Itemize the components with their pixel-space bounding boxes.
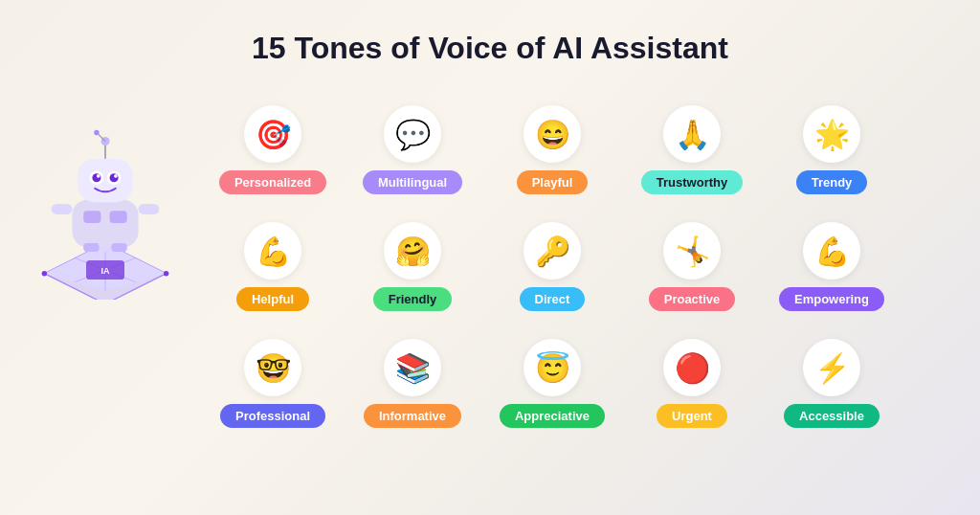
svg-rect-12 (72, 199, 138, 247)
svg-point-19 (110, 173, 119, 182)
svg-point-20 (97, 174, 100, 178)
trustworthy-emoji: 🙏 (663, 105, 721, 163)
svg-point-25 (94, 130, 99, 135)
playful-emoji: 😄 (523, 105, 581, 163)
tone-item-appreciative[interactable]: 😇Appreciative (490, 323, 614, 428)
svg-rect-27 (139, 204, 160, 214)
svg-rect-26 (52, 204, 73, 214)
playful-label: Playful (517, 170, 589, 194)
personalized-emoji: 🎯 (244, 105, 301, 163)
svg-point-11 (42, 271, 47, 276)
svg-rect-14 (110, 211, 127, 223)
multilingual-label: Multilingual (363, 170, 462, 194)
appreciative-emoji: 😇 (523, 339, 581, 396)
multilingual-emoji: 💬 (384, 105, 441, 163)
svg-text:IA: IA (100, 266, 110, 276)
informative-emoji: 📚 (384, 339, 441, 396)
tone-item-informative[interactable]: 📚Informative (350, 323, 475, 428)
svg-rect-13 (83, 211, 100, 223)
urgent-label: Urgent (657, 404, 727, 428)
professional-emoji: 🤓 (244, 339, 301, 396)
svg-rect-28 (83, 243, 99, 252)
svg-rect-15 (78, 159, 133, 202)
page-title: 15 Tones of Voice of AI Assistant (252, 31, 728, 66)
tone-item-trendy[interactable]: 🌟Trendy (769, 89, 894, 194)
tone-item-friendly[interactable]: 🤗Friendly (350, 206, 475, 311)
svg-point-21 (114, 174, 118, 178)
tone-item-empowering[interactable]: 💪Empowering (769, 206, 894, 311)
tone-item-helpful[interactable]: 💪Helpful (211, 206, 335, 311)
tone-item-direct[interactable]: 🔑Direct (490, 206, 614, 311)
direct-label: Direct (520, 287, 586, 311)
trendy-emoji: 🌟 (803, 105, 860, 163)
tone-item-urgent[interactable]: 🔴Urgent (630, 323, 754, 428)
friendly-label: Friendly (373, 287, 453, 311)
svg-point-9 (164, 271, 168, 276)
helpful-emoji: 💪 (244, 222, 301, 280)
informative-label: Informative (364, 404, 461, 428)
tones-grid: 🎯Personalized💬Multilingual😄Playful🙏Trust… (191, 89, 980, 428)
personalized-label: Personalized (219, 170, 326, 194)
friendly-emoji: 🤗 (384, 222, 441, 280)
accessible-emoji: ⚡ (803, 339, 860, 396)
tone-item-accessible[interactable]: ⚡Accessible (769, 323, 894, 428)
direct-emoji: 🔑 (523, 222, 581, 280)
trustworthy-label: Trustworthy (641, 170, 743, 194)
svg-point-18 (92, 173, 100, 182)
tone-item-proactive[interactable]: 🤸Proactive (630, 206, 754, 311)
empowering-emoji: 💪 (803, 222, 860, 280)
urgent-emoji: 🔴 (663, 339, 721, 396)
trendy-label: Trendy (796, 170, 868, 194)
svg-rect-29 (111, 243, 126, 252)
tone-item-multilingual[interactable]: 💬Multilingual (350, 89, 475, 194)
robot-illustration: IA (19, 108, 191, 300)
appreciative-label: Appreciative (500, 404, 605, 428)
tone-item-personalized[interactable]: 🎯Personalized (211, 89, 335, 194)
tone-item-trustworthy[interactable]: 🙏Trustworthy (630, 89, 754, 194)
tone-item-professional[interactable]: 🤓Professional (211, 323, 335, 428)
helpful-label: Helpful (236, 287, 309, 311)
content-area: IA (0, 89, 980, 428)
empowering-label: Empowering (779, 287, 884, 311)
proactive-emoji: 🤸 (663, 222, 721, 280)
accessible-label: Accessible (784, 404, 880, 428)
proactive-label: Proactive (649, 287, 736, 311)
tone-item-playful[interactable]: 😄Playful (490, 89, 614, 194)
professional-label: Professional (220, 404, 325, 428)
